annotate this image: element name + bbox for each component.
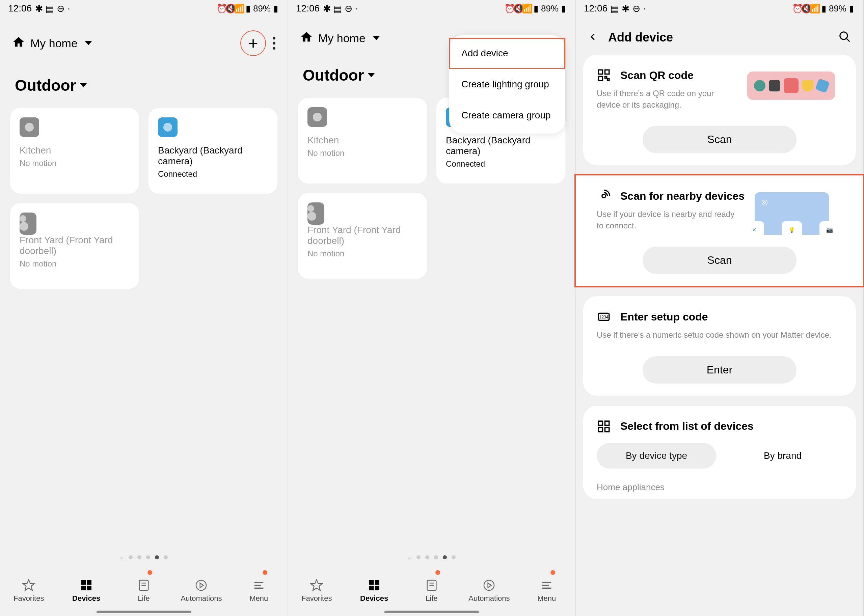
page-dot[interactable] xyxy=(425,555,429,559)
device-grid: Kitchen No motion Backyard (Backyard cam… xyxy=(0,108,288,289)
popup-lighting-group[interactable]: Create lighting group xyxy=(449,69,565,100)
page-dot[interactable] xyxy=(129,555,133,559)
svg-point-7 xyxy=(196,580,206,590)
svg-rect-34 xyxy=(598,427,603,432)
svg-rect-33 xyxy=(605,421,609,425)
nav-label: Automations xyxy=(469,594,510,603)
room-selector[interactable]: Outdoor xyxy=(0,66,288,108)
nav-automations[interactable]: Automations xyxy=(460,566,518,616)
enter-code-button[interactable]: Enter xyxy=(643,356,796,383)
home-indicator[interactable] xyxy=(384,611,479,613)
mute-icon: 🔇 xyxy=(803,5,810,12)
device-name: Front Yard (Front Yard doorbell) xyxy=(307,225,417,246)
status-dot-icon: · xyxy=(68,3,70,14)
notification-badge xyxy=(148,570,152,575)
slack-icon: ✱ xyxy=(622,5,629,12)
code-icon: 1234 xyxy=(597,310,611,324)
bottom-nav: Favorites Devices Life Automations Menu xyxy=(0,566,288,616)
svg-rect-1 xyxy=(87,580,91,585)
nav-automations[interactable]: Automations xyxy=(173,566,230,616)
option-scan-qr[interactable]: Scan QR code Use if there's a QR code on… xyxy=(583,55,856,165)
alarm-icon: ⏰ xyxy=(506,5,513,12)
nav-favorites[interactable]: Favorites xyxy=(0,566,57,616)
alarm-icon: ⏰ xyxy=(794,5,801,12)
kebab-menu-button[interactable] xyxy=(273,37,275,50)
room-label-text: Outdoor xyxy=(303,66,364,84)
screen-home: 12:06 ✱ ▤ ⊖ · ⏰ 🔇 📶 ▮ 89% ▮ My home + xyxy=(0,0,288,616)
tab-device-type[interactable]: By device type xyxy=(597,443,716,468)
chevron-down-icon xyxy=(368,73,375,77)
nav-menu[interactable]: Menu xyxy=(230,566,288,616)
page-dot[interactable] xyxy=(452,555,456,559)
page-dot[interactable] xyxy=(443,555,447,559)
mute-icon: 🔇 xyxy=(227,5,234,12)
screen-home-popup: 12:06 ✱ ▤ ⊖ · ⏰ 🔇 📶 ▮ 89% ▮ My home Add … xyxy=(288,0,576,616)
bottom-nav: Favorites Devices Life Automations Menu xyxy=(288,566,576,616)
status-dot-icon: · xyxy=(356,3,358,14)
page-dot[interactable] xyxy=(417,555,420,559)
nav-menu[interactable]: Menu xyxy=(518,566,576,616)
page-dot[interactable] xyxy=(137,555,142,559)
popup-add-device[interactable]: Add device xyxy=(449,38,565,69)
picture-icon: ▤ xyxy=(611,5,618,12)
page-title: Add device xyxy=(608,30,673,44)
tab-brand[interactable]: By brand xyxy=(723,443,842,468)
svg-rect-26 xyxy=(598,77,603,81)
nav-life[interactable]: Life xyxy=(403,566,460,616)
device-card-backyard[interactable]: Backyard (Backyard camera) Connected xyxy=(148,108,277,194)
scan-nearby-button[interactable]: Scan xyxy=(643,247,796,274)
grid-icon xyxy=(80,578,93,592)
screen-add-device: 12:06 ▤ ✱ ⊖ · ⏰ 🔇 📶 ▮ 89% ▮ Add device xyxy=(576,0,864,616)
back-button[interactable] xyxy=(588,32,598,43)
location-label: My home xyxy=(318,32,365,45)
signal-icon: ▮ xyxy=(244,5,252,12)
doorbell-icon xyxy=(20,212,36,235)
page-dot[interactable] xyxy=(434,555,438,559)
svg-rect-25 xyxy=(605,70,609,74)
battery-percent: 89% xyxy=(829,3,847,14)
option-scan-nearby[interactable]: Scan for nearby devices Use if your devi… xyxy=(576,175,863,286)
pagination-dots: ≡ xyxy=(0,555,288,561)
nav-devices[interactable]: Devices xyxy=(57,566,115,616)
nav-devices[interactable]: Devices xyxy=(345,566,403,616)
device-card-kitchen[interactable]: Kitchen No motion xyxy=(298,98,427,184)
page-dot[interactable] xyxy=(164,555,168,559)
scan-qr-button[interactable]: Scan xyxy=(643,126,796,153)
device-card-kitchen[interactable]: Kitchen No motion xyxy=(10,108,139,194)
svg-rect-27 xyxy=(605,77,607,78)
page-dot[interactable] xyxy=(155,555,159,559)
nav-life[interactable]: Life xyxy=(115,566,173,616)
device-card-frontyard[interactable]: Front Yard (Front Yard doorbell) No moti… xyxy=(298,193,427,279)
battery-percent: 89% xyxy=(253,3,271,14)
notification-badge xyxy=(263,570,267,575)
nav-label: Life xyxy=(426,594,438,603)
status-bar: 12:06 ✱ ▤ ⊖ · ⏰ 🔇 📶 ▮ 89% ▮ xyxy=(288,0,576,17)
play-icon xyxy=(482,578,496,592)
location-selector[interactable]: My home xyxy=(12,35,92,51)
nav-label: Life xyxy=(138,594,150,603)
device-status: No motion xyxy=(307,249,417,258)
device-name: Front Yard (Front Yard doorbell) xyxy=(20,235,130,256)
device-card-frontyard[interactable]: Front Yard (Front Yard doorbell) No moti… xyxy=(10,203,139,289)
nav-label: Menu xyxy=(537,594,556,603)
mute-icon: 🔇 xyxy=(515,5,522,12)
svg-rect-28 xyxy=(607,79,609,81)
section-label: Home appliances xyxy=(597,482,842,492)
svg-text:1234: 1234 xyxy=(599,315,608,320)
search-button[interactable] xyxy=(838,30,851,44)
camera-icon xyxy=(20,118,39,137)
option-title: Enter setup code xyxy=(620,311,708,323)
popup-camera-group[interactable]: Create camera group xyxy=(449,100,565,131)
status-time: 12:06 xyxy=(584,3,607,14)
status-time: 12:06 xyxy=(296,3,319,14)
nav-label: Menu xyxy=(249,594,268,603)
nav-favorites[interactable]: Favorites xyxy=(288,566,345,616)
status-dot-icon: · xyxy=(643,3,646,14)
location-selector[interactable]: My home xyxy=(300,30,380,46)
option-setup-code[interactable]: 1234 Enter setup code Use if there's a n… xyxy=(583,296,856,396)
home-indicator[interactable] xyxy=(96,611,191,613)
picture-icon: ▤ xyxy=(334,5,341,12)
page-dot[interactable] xyxy=(146,555,150,559)
svg-point-22 xyxy=(840,32,847,39)
add-button[interactable]: + xyxy=(240,30,266,56)
